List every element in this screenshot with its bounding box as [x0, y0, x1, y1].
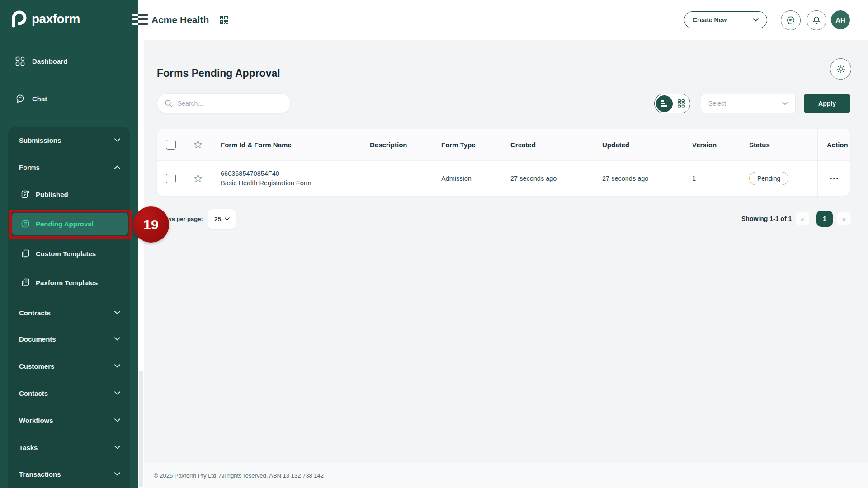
sidebar-item-workflows[interactable]: Workflows — [8, 410, 130, 431]
select-all-checkbox[interactable] — [166, 140, 176, 150]
paxform-logo-icon — [9, 10, 27, 28]
settings-button[interactable] — [830, 58, 851, 80]
row-actions-button[interactable] — [828, 174, 840, 183]
sidebar: paxform Dashboard Chat Submissions Forms — [0, 0, 138, 488]
column-header-action: Action — [817, 129, 850, 160]
sidebar-item-transactions[interactable]: Transactions — [8, 464, 130, 484]
sidebar-toggle-icon[interactable] — [132, 14, 148, 27]
notifications-button[interactable] — [807, 10, 826, 30]
list-view-icon — [661, 100, 668, 107]
paxform-templates-icon — [21, 278, 30, 287]
chevron-down-icon — [753, 18, 759, 22]
chevron-down-icon — [114, 337, 120, 341]
form-created: 27 seconds ago — [510, 161, 602, 196]
column-header-version: Version — [692, 129, 749, 160]
forms-table: Form Id & Form Name Description Form Typ… — [157, 129, 850, 196]
create-new-button[interactable]: Create New — [684, 11, 767, 28]
org-name: Acme Health — [151, 0, 209, 40]
messages-button[interactable] — [781, 10, 801, 30]
sidebar-item-paxform-templates[interactable]: Paxform Templates — [8, 272, 130, 293]
topbar: Acme Health Create New AH — [138, 0, 868, 40]
chevron-down-icon — [114, 311, 120, 314]
grid-view-button[interactable] — [673, 99, 690, 108]
app: paxform Dashboard Chat Submissions Forms — [0, 0, 868, 488]
table-header-row: Form Id & Form Name Description Form Typ… — [157, 129, 850, 161]
sidebar-divider — [0, 119, 138, 119]
pagination-next-button[interactable]: » — [837, 212, 851, 225]
page-title: Forms Pending Approval — [157, 67, 280, 80]
pagination-next-icon: » — [842, 215, 846, 223]
list-view-button[interactable] — [656, 95, 673, 112]
chevron-down-icon — [114, 472, 120, 476]
form-updated: 27 seconds ago — [602, 161, 692, 196]
chat-bubble-icon — [15, 94, 25, 103]
sidebar-item-label: Dashboard — [32, 57, 67, 65]
logo-wordmark: paxform — [32, 12, 80, 26]
hamburger-bar — [132, 23, 148, 25]
grid-view-icon — [678, 99, 685, 108]
dashboard-icon — [15, 56, 25, 66]
qr-code-icon[interactable] — [219, 15, 229, 25]
form-name: Basic Health Registration Form — [221, 179, 311, 187]
chevron-down-icon — [225, 217, 230, 221]
sidebar-item-customers[interactable]: Customers — [8, 356, 130, 376]
row-checkbox[interactable] — [166, 174, 176, 183]
chevron-down-icon — [114, 138, 120, 142]
dot — [833, 178, 835, 179]
gear-icon — [836, 64, 846, 74]
user-avatar[interactable]: AH — [831, 10, 850, 29]
chat-bubble-icon — [786, 16, 795, 25]
bell-icon — [812, 16, 821, 25]
pagination-page-1[interactable]: 1 — [816, 211, 833, 227]
sidebar-menu-card: Submissions Forms Published Pending Appr… — [8, 127, 130, 488]
copyright-text: © 2025 Paxform Pty Ltd. All rights reser… — [154, 472, 324, 479]
view-toggle — [654, 94, 690, 113]
column-header-description: Description — [366, 129, 441, 160]
search-box — [157, 93, 291, 113]
sidebar-scrollbar-thumb[interactable] — [139, 371, 143, 487]
column-header-form-type: Form Type — [441, 129, 510, 160]
annotation-highlight-box — [9, 210, 132, 239]
hamburger-bar — [132, 18, 148, 20]
sidebar-item-documents[interactable]: Documents — [8, 328, 130, 349]
filter-select[interactable]: Select — [701, 94, 796, 113]
sidebar-item-contacts[interactable]: Contacts — [8, 383, 130, 404]
sidebar-item-submissions[interactable]: Submissions — [8, 130, 130, 150]
search-input[interactable] — [177, 99, 278, 108]
column-header-created: Created — [510, 129, 602, 160]
sidebar-item-label: Chat — [32, 95, 47, 103]
dot — [836, 178, 838, 179]
form-id-and-name: 6603685470854F40 Basic Health Registrati… — [221, 170, 311, 187]
sidebar-item-tasks[interactable]: Tasks — [8, 437, 130, 458]
form-version: 1 — [692, 161, 749, 196]
chevron-down-icon — [114, 364, 120, 368]
sidebar-item-published[interactable]: Published — [8, 184, 130, 205]
favorite-star-icon[interactable] — [193, 174, 203, 183]
chevron-down-icon — [782, 102, 788, 105]
sidebar-item-custom-templates[interactable]: Custom Templates — [8, 243, 130, 264]
chevron-down-icon — [114, 446, 120, 449]
apply-button[interactable]: Apply — [804, 94, 850, 113]
published-forms-icon — [21, 190, 30, 199]
sidebar-item-contracts[interactable]: Contracts — [8, 302, 130, 323]
pagination-prev-icon: « — [801, 215, 804, 223]
table-row: 6603685470854F40 Basic Health Registrati… — [157, 161, 850, 196]
search-icon — [165, 99, 172, 107]
pagination-prev-button[interactable]: « — [796, 212, 809, 225]
form-description — [366, 161, 441, 196]
sidebar-item-forms[interactable]: Forms — [8, 157, 130, 178]
star-icon — [193, 140, 203, 150]
form-id: 6603685470854F40 — [221, 170, 311, 177]
dot — [830, 178, 832, 179]
sidebar-item-dashboard[interactable]: Dashboard — [0, 51, 138, 71]
filter-select-placeholder: Select — [708, 100, 726, 107]
hamburger-bar — [132, 14, 148, 16]
column-header-name: Form Id & Form Name — [211, 129, 366, 160]
status-badge: Pending — [749, 172, 788, 185]
form-type: Admission — [441, 161, 510, 196]
rows-per-page-select[interactable]: 25 — [208, 209, 236, 229]
paxform-logo: paxform — [9, 10, 80, 28]
chevron-down-icon — [114, 391, 120, 395]
sidebar-item-chat[interactable]: Chat — [0, 88, 138, 109]
column-header-status: Status — [749, 129, 817, 160]
